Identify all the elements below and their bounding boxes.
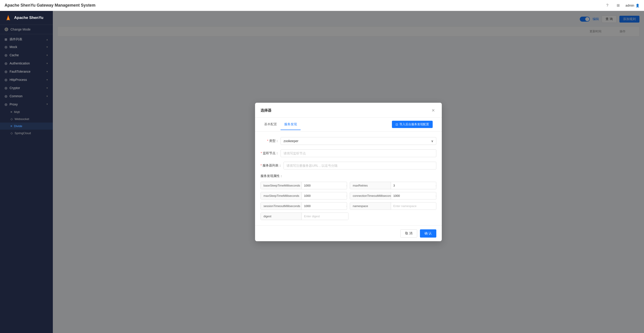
websocket-icon: ◇	[10, 117, 13, 121]
sidebar-cache-label: Cache	[10, 53, 19, 57]
plugin-list-icon: ⊞	[4, 38, 7, 41]
http-process-icon: ◎	[4, 78, 7, 82]
selector-modal: 选择器 ✕ 基本配置 服务发现 ⊡ 导入后台服务发现配置	[255, 103, 442, 241]
import-tab-area: ⊡ 导入后台服务发现配置	[388, 118, 436, 132]
header-actions: ? ⊞ admin 👤	[604, 2, 640, 9]
form-row-listen-node: 监听节点：	[260, 150, 436, 157]
cache-icon: ◎	[4, 53, 7, 57]
sidebar-item-spring-cloud[interactable]: ◇ SpringCloud	[0, 130, 53, 137]
sidebar-item-plugin-list[interactable]: ⊞ 插件列表 ▲	[0, 34, 53, 43]
common-chevron-icon: ▼	[46, 95, 48, 98]
session-timeout-label: sessionTimeoutMilliseconds	[261, 202, 302, 210]
import-btn-label: 导入后台服务发现配置	[400, 122, 429, 126]
spring-cloud-icon: ◇	[10, 132, 13, 135]
session-timeout-clear-icon[interactable]: ⊗	[344, 204, 347, 208]
server-list-wrap	[284, 162, 436, 170]
monitor-icon-button[interactable]: ⊞	[614, 2, 622, 9]
sidebar-item-proxy[interactable]: ◎ Proxy ▲	[0, 100, 53, 108]
common-icon: ◎	[4, 94, 7, 98]
listen-node-input[interactable]	[280, 150, 436, 157]
sidebar-item-cryptor[interactable]: ◎ Cryptor ▼	[0, 84, 53, 92]
sidebar-item-mock[interactable]: ◎ Mock ▼	[0, 43, 53, 51]
change-mode-label: Change Mode	[10, 28, 30, 31]
type-select-wrap: zookeeper ∨	[280, 137, 436, 145]
modal-title: 选择器	[260, 108, 272, 113]
form-row-server-list: 服务器列表：	[260, 162, 436, 170]
sidebar-item-websocket[interactable]: ◇ Websocket	[0, 116, 53, 122]
mock-chevron-icon: ▼	[46, 46, 48, 48]
authentication-icon: ◎	[4, 62, 7, 65]
sidebar-authentication-label: Authentication	[10, 62, 30, 65]
modal-body: 类型： zookeeper ∨ 监听节点：	[255, 132, 442, 226]
sidebar-mock-label: Mock	[10, 45, 17, 49]
sidebar-fault-tolerance-label: FaultTolerance	[10, 70, 30, 73]
import-icon: ⊡	[396, 123, 398, 126]
max-sleep-label: maxSleepTimeMilliseconds	[261, 192, 302, 199]
type-select-value: zookeeper	[284, 139, 298, 143]
sidebar-item-http-process[interactable]: ◎ HttpProcess ▼	[0, 76, 53, 84]
max-sleep-clear-icon[interactable]: ⊗	[344, 194, 347, 198]
sidebar-http-process-label: HttpProcess	[10, 78, 27, 82]
session-timeout-input[interactable]	[302, 202, 344, 210]
type-select-chevron-icon: ∨	[431, 139, 433, 143]
top-header: Apache ShenYu Gateway Management System …	[0, 0, 644, 11]
logo-text: Apache ShenYu	[14, 16, 43, 20]
import-backend-discovery-button[interactable]: ⊡ 导入后台服务发现配置	[392, 121, 433, 128]
http-process-chevron-icon: ▼	[46, 78, 48, 81]
modal-close-button[interactable]: ✕	[430, 107, 436, 114]
proxy-chevron-icon: ▲	[46, 103, 48, 106]
max-retries-clear-icon[interactable]: ⊗	[434, 184, 436, 188]
connection-timeout-clear-icon[interactable]: ⊗	[434, 194, 436, 198]
fault-tolerance-icon: ◎	[4, 70, 7, 73]
connection-timeout-input[interactable]	[391, 192, 434, 199]
discovery-field-session-timeout: sessionTimeoutMilliseconds ⊗	[260, 202, 347, 210]
modal-header: 选择器 ✕	[255, 103, 442, 118]
sidebar-item-common[interactable]: ◎ Common ▼	[0, 92, 53, 100]
change-mode-button[interactable]: Change Mode	[0, 25, 53, 34]
username-label: admin	[626, 4, 634, 7]
cancel-button[interactable]: 取 消	[400, 229, 417, 238]
sidebar-item-fault-tolerance[interactable]: ◎ FaultTolerance ▼	[0, 68, 53, 76]
listen-node-label: 监听节点：	[260, 150, 279, 155]
user-menu[interactable]: admin 👤	[626, 4, 640, 7]
type-select[interactable]: zookeeper ∨	[280, 137, 436, 145]
proxy-icon: ◎	[4, 102, 7, 106]
plugin-list-chevron-icon: ▲	[46, 38, 48, 41]
confirm-button[interactable]: 确 认	[420, 229, 436, 238]
discovery-field-base-sleep: baseSleepTimeMilliseconds ⊗	[260, 182, 347, 189]
cryptor-icon: ◎	[4, 86, 7, 90]
base-sleep-input[interactable]	[302, 182, 344, 189]
cryptor-chevron-icon: ▼	[46, 87, 48, 89]
apache-shenyu-logo-icon	[4, 14, 12, 22]
discovery-field-connection-timeout: connectionTimeoutMilliseconds ⊗	[350, 192, 436, 200]
base-sleep-clear-icon[interactable]: ⊗	[344, 184, 347, 188]
divide-icon: ≡	[10, 124, 12, 128]
discovery-field-digest: digest	[260, 212, 348, 220]
server-list-input[interactable]	[284, 162, 436, 170]
type-label: 类型：	[260, 137, 279, 143]
sidebar-item-cache[interactable]: ◎ Cache ▼	[0, 51, 53, 59]
connection-timeout-label: connectionTimeoutMilliseconds	[350, 192, 391, 199]
sidebar-plugin-list-label: 插件列表	[10, 37, 22, 42]
main-layout: Apache ShenYu Change Mode ⊞ 插件列表 ▲ ◎ Moc…	[0, 11, 644, 333]
sidebar-mqtt-label: Mqtt	[14, 110, 20, 114]
sidebar-item-mqtt[interactable]: ≡ Mqtt	[0, 108, 53, 116]
namespace-input[interactable]	[391, 202, 436, 210]
modal-footer: 取 消 确 认	[255, 226, 442, 241]
mqtt-icon: ≡	[10, 110, 12, 114]
sidebar-item-authentication[interactable]: ◎ Authentication ▼	[0, 59, 53, 68]
server-list-label: 服务器列表：	[260, 162, 282, 168]
max-retries-input[interactable]	[391, 182, 434, 189]
tab-service-discovery[interactable]: 服务发现	[280, 119, 300, 130]
namespace-label: namespace	[350, 202, 391, 210]
digest-input[interactable]	[302, 213, 348, 220]
max-sleep-input[interactable]	[302, 192, 344, 199]
sidebar-logo: Apache ShenYu	[0, 11, 53, 25]
tab-basic-config[interactable]: 基本配置	[260, 119, 280, 130]
header-title: Apache ShenYu Gateway Management System	[4, 3, 96, 8]
help-icon-button[interactable]: ?	[604, 2, 611, 9]
sidebar-item-divide[interactable]: ≡ Divide	[0, 122, 53, 130]
base-sleep-label: baseSleepTimeMilliseconds	[261, 182, 302, 189]
user-avatar-icon: 👤	[636, 4, 640, 7]
modal-tabs: 基本配置 服务发现 ⊡ 导入后台服务发现配置	[255, 118, 442, 132]
